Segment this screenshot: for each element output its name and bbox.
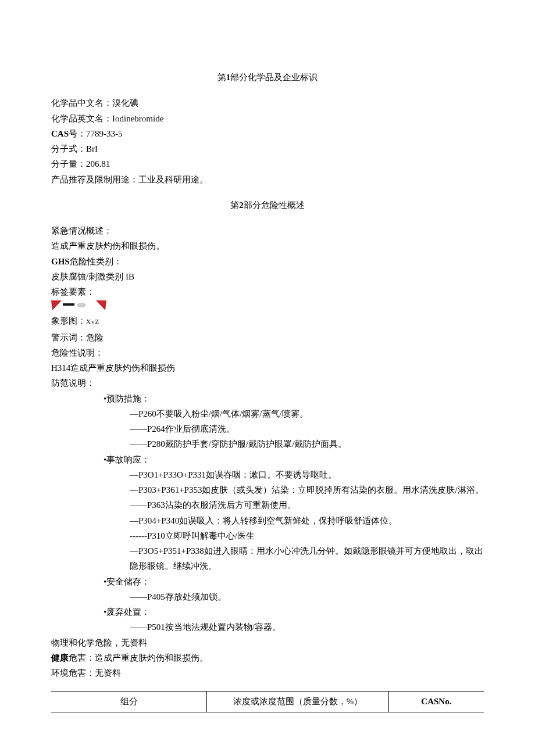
label: 化学品英文名： — [51, 114, 112, 123]
col-component: 组分 — [51, 691, 207, 712]
label-elements: 标签要素： — [51, 284, 484, 299]
pictogram-marks: XvZ — [86, 318, 99, 325]
section-1-body: 化学品中文名：溴化碘 化学品英文名：Iodinebromide CAS号：778… — [51, 95, 484, 187]
ghs-label: GHS — [51, 257, 70, 266]
title-prefix: 第 — [217, 73, 226, 82]
mw-row: 分子量：206.81 — [51, 156, 484, 171]
ghs-label2: 危险性类别： — [70, 257, 122, 266]
response-item: —P304+P340如误吸入：将人转移到空气新鲜处，保持呼吸舒适体位。 — [51, 513, 484, 528]
label: 化学品中文名： — [51, 98, 112, 108]
precaution-label: 防范说明： — [51, 375, 484, 390]
ghs-text: 皮肤腐蚀/刺激类别 IB — [51, 269, 484, 284]
col-cas: CASNo. — [388, 691, 484, 712]
use-row: 产品推荐及限制用途：工业及科研用途。 — [51, 172, 484, 187]
svg-rect-2 — [63, 303, 74, 306]
value: 无资料 — [121, 638, 147, 647]
svg-point-3 — [77, 303, 86, 307]
svg-marker-0 — [51, 300, 62, 310]
response-item: —P3O1+P33O+P331如误吞咽：漱口。不要诱导呕吐。 — [51, 467, 484, 482]
health-row: 健康危害：造成严重皮肤灼伤和眼损伤。 — [51, 650, 484, 665]
value: 206.81 — [86, 159, 110, 169]
formula-row: 分子式：BrI — [51, 141, 484, 156]
composition-table: 组分 浓度或浓度范围（质量分数，%） CASNo. — [51, 691, 484, 712]
storage-header: •安全储存： — [51, 574, 484, 589]
pictogram-label: 象形图： — [51, 316, 86, 325]
response-item: —P303+P361+P353如皮肤（或头发）沾染：立即脱掉所有沾染的衣服。用水… — [51, 482, 484, 497]
prevention-item: ——P264作业后彻底清洗。 — [51, 421, 484, 436]
label: 物理和化学危险， — [51, 638, 121, 647]
disposal-item: ——P501按当地法规处置内装物/容器。 — [51, 619, 484, 635]
title-suffix: 部分危险性概述 — [244, 200, 305, 210]
label: 环境危害： — [51, 668, 95, 678]
table-row: 组分 浓度或浓度范围（质量分数，%） CASNo. — [51, 691, 484, 712]
value: 造成严重皮肤灼伤和眼损伤。 — [95, 653, 208, 662]
health-label: 健康 — [51, 653, 69, 662]
value: 7789-33-5 — [86, 129, 123, 138]
value: 工业及科研用途。 — [138, 175, 208, 184]
title-suffix: 部分化学品及企业标识 — [230, 73, 318, 82]
signal-row: 警示词：危险 — [51, 330, 484, 345]
response-header: •事故响应： — [51, 452, 484, 467]
storage-item: ——P405存放处须加锁。 — [51, 589, 484, 604]
emergency-label: 紧急情况概述： — [51, 223, 484, 238]
document-page: 第1部分化学品及企业标识 化学品中文名：溴化碘 化学品英文名：Iodinebro… — [0, 0, 535, 736]
response-item: —P3O5+P351+P338如进入眼睛：用水小心冲洗几分钟。如戴隐形眼镜并可方… — [51, 543, 484, 574]
title-prefix: 第 — [230, 200, 239, 210]
name-en-row: 化学品英文名：Iodinebromide — [51, 111, 484, 126]
svg-marker-1 — [96, 300, 106, 310]
title-number: 2 — [239, 200, 244, 210]
ghs-label-row: GHS危险性类别： — [51, 254, 484, 269]
section-1-title: 第1部分化学品及企业标识 — [51, 70, 484, 85]
response-item: ------P310立即呼叫解毒中心/医生 — [51, 528, 484, 543]
cas-row: CAS号：7789-33-5 — [51, 126, 484, 141]
hazard-stmt-label: 危险性说明： — [51, 345, 484, 360]
col-concentration: 浓度或浓度范围（质量分数，%） — [207, 691, 388, 712]
label: 产品推荐及限制用途： — [51, 175, 138, 184]
disposal-header: •废弃处置： — [51, 604, 484, 619]
section-2-title: 第2部分危险性概述 — [51, 198, 484, 213]
hazard-stmt: H314造成严重皮肤灼伤和眼损伤 — [51, 360, 484, 375]
name-cn-row: 化学品中文名：溴化碘 — [51, 95, 484, 110]
value: Iodinebromide — [112, 114, 163, 123]
phys-chem-row: 物理和化学危险，无资料 — [51, 635, 484, 650]
label: 分子量： — [51, 159, 86, 169]
prevention-item: ——P280戴防护手套/穿防护服/戴防护眼罩/戴防护面具。 — [51, 436, 484, 452]
pictogram-row: 象形图：XvZ — [51, 313, 484, 328]
prevention-header: •预防措施： — [51, 391, 484, 406]
prevention-item: —P260不要吸入粉尘/烟/气体/烟雾/蒸气/喷雾。 — [51, 406, 484, 421]
section-2-body: 紧急情况概述： 造成严重皮肤灼伤和眼损伤。 GHS危险性类别： 皮肤腐蚀/刺激类… — [51, 223, 484, 680]
value: 溴化碘 — [112, 98, 138, 108]
pictogram-icon — [51, 300, 106, 311]
emergency-text: 造成严重皮肤灼伤和眼损伤。 — [51, 238, 484, 253]
cas-label: CAS — [51, 129, 69, 138]
health-label2: 危害： — [69, 653, 95, 662]
env-row: 环境危害：无资料 — [51, 665, 484, 680]
response-item: ——P363沾染的衣服清洗后方可重新使用。 — [51, 497, 484, 513]
value: 无资料 — [95, 668, 121, 678]
cas-label2: 号： — [69, 129, 86, 138]
value: BrI — [86, 144, 98, 153]
signal-label: 警示词： — [51, 333, 86, 342]
label: 分子式： — [51, 144, 86, 153]
signal-value: 危险 — [86, 333, 104, 342]
